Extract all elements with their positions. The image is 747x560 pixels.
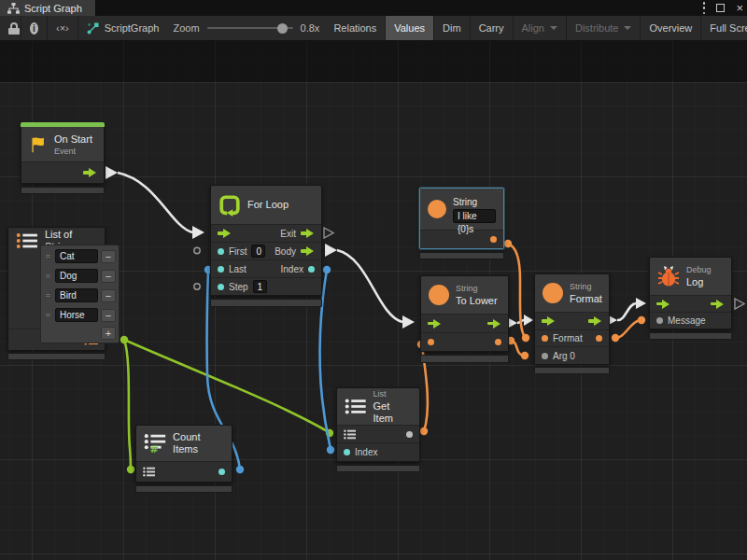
align-dropdown[interactable]: Align <box>514 16 567 40</box>
flow-input-port[interactable] <box>218 229 232 238</box>
drag-handle-icon[interactable]: = <box>44 311 52 319</box>
message-input-port[interactable] <box>656 317 663 324</box>
step-input-port[interactable] <box>218 284 224 290</box>
node-to-lower[interactable]: String To Lower <box>420 275 509 352</box>
index-input-port[interactable] <box>344 449 350 455</box>
string-output-port[interactable] <box>490 236 497 243</box>
tab-bar: Script Graph × <box>0 0 747 16</box>
inspect-button[interactable]: i <box>21 16 48 40</box>
flow-input-port[interactable] <box>656 300 670 309</box>
relations-button[interactable]: Relations <box>325 16 386 40</box>
graph-hierarchy-icon <box>7 3 20 14</box>
first-port-label: First <box>229 246 247 257</box>
carry-button[interactable]: Carry <box>471 16 514 40</box>
remove-item-button[interactable]: − <box>101 270 116 283</box>
drag-handle-icon[interactable]: = <box>44 272 52 280</box>
list-input-port[interactable] <box>344 429 356 440</box>
list-editor-widget: = Cat − = Dog − = Bird − = Horse − + <box>40 245 120 343</box>
info-icon: i <box>30 22 38 35</box>
first-input-port[interactable] <box>218 248 224 255</box>
node-for-loop[interactable]: For Loop Exit First 0 Body Last Index St… <box>210 185 322 296</box>
node-title: Get Item <box>374 400 412 425</box>
lock-icon <box>8 22 12 35</box>
string-input-port[interactable] <box>428 339 434 345</box>
add-item-button[interactable]: + <box>101 327 116 340</box>
node-count-items[interactable]: # Count Items <box>135 425 233 483</box>
dim-button[interactable]: Dim <box>434 16 471 40</box>
node-footer <box>420 355 509 363</box>
maximize-icon[interactable] <box>716 4 725 12</box>
flow-input-port[interactable] <box>542 316 556 326</box>
flow-input-port[interactable] <box>428 319 442 329</box>
string-value-field[interactable]: I like {0}s <box>453 209 496 223</box>
step-value-field[interactable]: 1 <box>253 280 268 293</box>
string-type-icon <box>428 200 446 218</box>
list-input-port[interactable] <box>143 467 155 477</box>
remove-item-button[interactable]: − <box>101 289 116 302</box>
node-subtitle: String <box>456 284 498 294</box>
graph-toolbar: i ‹×› ScriptGraph Zoom 0.8x Relations Va… <box>0 16 747 41</box>
overview-button[interactable]: Overview <box>641 16 701 40</box>
list-item-field[interactable]: Horse <box>55 308 98 322</box>
remove-item-button[interactable]: − <box>101 309 116 322</box>
node-subtitle: Debug <box>686 265 712 275</box>
node-debug-log[interactable]: Debug Log Message <box>649 257 732 329</box>
flow-output-port[interactable] <box>83 168 97 177</box>
flow-output-port[interactable] <box>588 316 602 326</box>
index-port-label: Index <box>281 264 303 274</box>
node-subtitle: Event <box>54 147 92 157</box>
window-menu-icon[interactable] <box>702 2 705 14</box>
node-get-item[interactable]: List Get Item Index <box>336 387 420 462</box>
list-item-field[interactable]: Cat <box>55 249 98 263</box>
arg0-port-label: Arg 0 <box>553 351 575 361</box>
list-item-field[interactable]: Dog <box>55 269 98 283</box>
format-port-label: Format <box>553 333 583 343</box>
flow-output-port[interactable] <box>487 319 501 329</box>
values-button[interactable]: Values <box>386 16 434 40</box>
zoom-slider-knob[interactable] <box>277 23 288 34</box>
tab-title: Script Graph <box>24 3 82 14</box>
count-output-port[interactable] <box>218 469 225 475</box>
body-output-port[interactable] <box>301 246 315 256</box>
flow-output-port[interactable] <box>711 300 725 309</box>
string-output-port[interactable] <box>495 339 501 345</box>
node-subtitle: List <box>374 389 412 399</box>
last-input-port[interactable] <box>218 266 224 273</box>
first-value-field[interactable]: 0 <box>251 245 265 258</box>
drag-handle-icon[interactable]: = <box>44 252 52 260</box>
chevron-down-icon <box>550 26 557 30</box>
node-format[interactable]: String Format Format Arg 0 <box>534 273 610 364</box>
arg0-input-port[interactable] <box>542 353 548 359</box>
tab-script-graph[interactable]: Script Graph <box>0 0 96 16</box>
fullscreen-button[interactable]: Full Screen <box>701 16 747 40</box>
node-footer <box>649 332 732 340</box>
lock-button[interactable] <box>0 16 21 40</box>
exit-output-port[interactable] <box>301 229 315 238</box>
flag-icon <box>29 135 48 154</box>
zoom-slider[interactable] <box>207 27 293 29</box>
drag-handle-icon[interactable]: = <box>44 291 52 300</box>
count-items-icon: # <box>144 432 166 455</box>
body-port-label: Body <box>275 246 296 257</box>
string-type-icon <box>429 285 449 305</box>
format-input-port[interactable] <box>542 335 548 342</box>
node-string-literal[interactable]: String I like {0}s <box>419 188 504 249</box>
node-title: To Lower <box>456 295 498 307</box>
zoom-label: Zoom <box>173 22 199 34</box>
code-view-button[interactable]: ‹×› <box>48 16 78 40</box>
graph-breadcrumb[interactable]: ScriptGraph <box>78 16 168 40</box>
node-on-start[interactable]: On Start Event <box>21 122 105 184</box>
item-output-port[interactable] <box>406 431 413 438</box>
format-output-port[interactable] <box>596 335 602 342</box>
loop-icon <box>218 194 241 217</box>
index-output-port[interactable] <box>308 266 315 273</box>
last-port-label: Last <box>229 264 247 274</box>
close-icon[interactable]: × <box>736 2 743 14</box>
script-graph-window: On Start Event For Loop Exit First <box>0 0 747 560</box>
node-footer <box>534 367 610 374</box>
bug-icon <box>657 266 680 287</box>
remove-item-button[interactable]: − <box>101 250 116 263</box>
zoom-control: Zoom 0.8x <box>167 16 325 40</box>
distribute-dropdown[interactable]: Distribute <box>567 16 641 40</box>
list-item-field[interactable]: Bird <box>55 288 98 302</box>
